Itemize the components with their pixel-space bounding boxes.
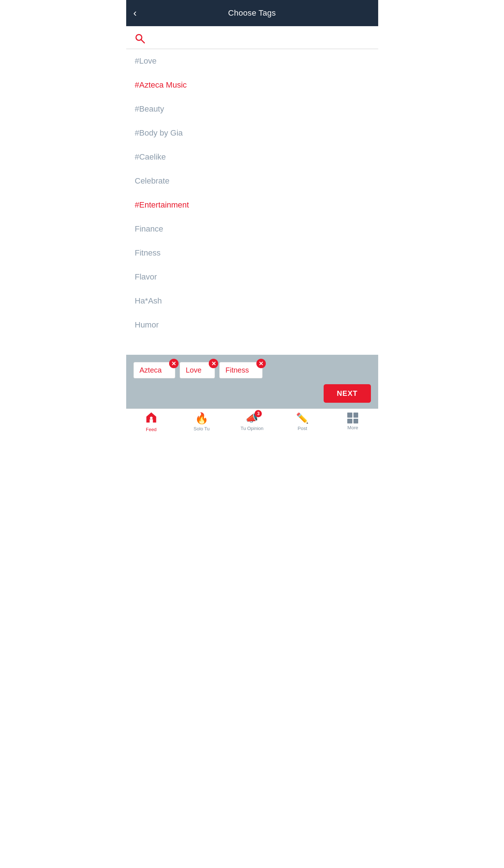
- selected-tag-chip[interactable]: Love✕: [180, 362, 215, 378]
- tag-item[interactable]: Finance: [135, 217, 369, 241]
- nav-item-more[interactable]: More: [328, 413, 378, 430]
- selected-tag-chip[interactable]: Fitness✕: [219, 362, 262, 378]
- tag-item[interactable]: #Body by Gia: [135, 121, 369, 145]
- svg-line-1: [141, 40, 144, 43]
- search-input[interactable]: [149, 35, 369, 48]
- selected-panel: Azteca✕Love✕Fitness✕ NEXT: [126, 355, 378, 409]
- grid-icon: [347, 413, 358, 423]
- back-button[interactable]: ‹: [133, 7, 137, 19]
- next-button[interactable]: NEXT: [324, 384, 371, 403]
- chip-close-button[interactable]: ✕: [169, 359, 179, 368]
- chip-close-button[interactable]: ✕: [256, 359, 266, 368]
- tag-item[interactable]: #Entertainment: [135, 193, 369, 217]
- next-row: NEXT: [133, 384, 371, 403]
- nav-label-more: More: [347, 425, 358, 430]
- tag-item[interactable]: #Love: [135, 49, 369, 73]
- svg-text:T: T: [151, 417, 152, 419]
- tag-item[interactable]: #Caelike: [135, 145, 369, 169]
- flame-icon: 🔥: [195, 412, 208, 425]
- selected-tags-row: Azteca✕Love✕Fitness✕: [133, 362, 371, 378]
- tag-item[interactable]: #Azteca Music: [135, 73, 369, 97]
- tag-item[interactable]: Fitness: [135, 241, 369, 265]
- tag-item[interactable]: Ha*Ash: [135, 289, 369, 313]
- search-bar: [126, 26, 378, 49]
- nav-label-solo-tu: Solo Tu: [193, 426, 209, 431]
- pen-icon: ✏️: [296, 412, 309, 424]
- nav-item-solo-tu[interactable]: 🔥 Solo Tu: [176, 412, 227, 431]
- opinion-badge: 3: [255, 410, 262, 417]
- nav-label-tu-opinion: Tu Opinion: [240, 426, 263, 431]
- tag-item[interactable]: Immigration: [135, 337, 369, 344]
- tags-list: #Love#Azteca Music#Beauty#Body by Gia#Ca…: [126, 49, 378, 344]
- feed-icon: T: [145, 411, 158, 425]
- tu-opinion-badge-wrap: 📣 3: [245, 412, 258, 424]
- nav-label-feed: Feed: [146, 427, 157, 432]
- tag-item[interactable]: Flavor: [135, 265, 369, 289]
- tag-item[interactable]: Humor: [135, 313, 369, 337]
- nav-item-post[interactable]: ✏️ Post: [277, 412, 328, 431]
- nav-item-tu-opinion[interactable]: 📣 3 Tu Opinion: [227, 412, 277, 431]
- nav-label-post: Post: [298, 426, 307, 431]
- tag-item[interactable]: #Beauty: [135, 97, 369, 121]
- search-icon: [135, 33, 145, 45]
- header: ‹ Choose Tags: [126, 0, 378, 26]
- chip-close-button[interactable]: ✕: [209, 359, 218, 368]
- nav-item-feed[interactable]: T Feed: [126, 411, 177, 432]
- bottom-nav: T Feed 🔥 Solo Tu 📣 3 Tu Opinion ✏️ Post …: [126, 409, 378, 434]
- page-title: Choose Tags: [228, 8, 276, 18]
- tag-item[interactable]: Celebrate: [135, 169, 369, 193]
- selected-tag-chip[interactable]: Azteca✕: [133, 362, 175, 378]
